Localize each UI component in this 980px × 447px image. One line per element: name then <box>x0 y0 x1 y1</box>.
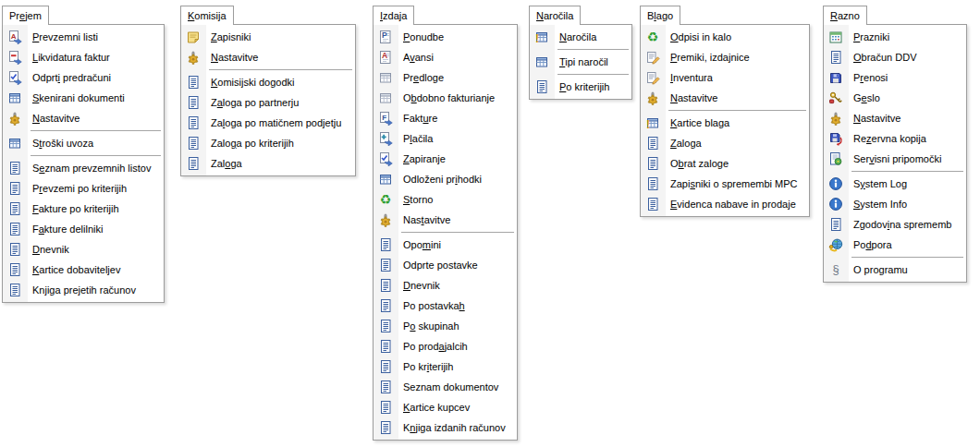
menu-item-label: Nastavitve <box>32 113 80 124</box>
menu-item-kartice-kupcev[interactable]: Kartice kupcev <box>374 397 517 417</box>
menu-item-label: Seznam dokumentov <box>403 381 498 393</box>
menu-item-knjiga-prejetih-racunov[interactable]: Knjiga prejetih računov <box>3 280 164 300</box>
menu-item-predloge[interactable]: Predloge <box>374 67 517 88</box>
menu-item-tipi-narocil[interactable]: Tipi naročil <box>530 52 631 72</box>
menu-item-fakture-delilniki[interactable]: Fakture delilniki <box>3 219 164 239</box>
menu-item-po-postavkah[interactable]: Po postavkah <box>374 296 517 316</box>
table-exclaim-icon: ! <box>645 115 660 130</box>
menu-separator <box>401 232 514 233</box>
menu-item-seznam-dokumentov[interactable]: Seznam dokumentov <box>374 377 517 397</box>
report-icon <box>645 156 660 171</box>
menu-item-knjiga-izdanih-racunov[interactable]: Knjiga izdanih računov <box>374 417 517 438</box>
menu-item-obracun-ddv[interactable]: Obračun DDV <box>824 47 966 67</box>
menu-item-podpora[interactable]: Podpora <box>824 235 966 255</box>
menu-title: Blago <box>647 10 673 21</box>
menu-item-dnevnik[interactable]: Dnevnik <box>3 239 164 260</box>
menu-item-zapiranje[interactable]: Zapiranje <box>374 149 517 169</box>
menu-item-zaloga-po-maticnem-podjetju[interactable]: Zaloga po matičnem podjetju <box>181 113 355 133</box>
menu-item-nastavitve[interactable]: Nastavitve <box>181 47 355 67</box>
menu-item-skenirani-dokumenti[interactable]: Skenirani dokumenti <box>3 88 164 108</box>
report-icon <box>7 283 22 297</box>
menu-item-label: Zapiranje <box>403 153 446 164</box>
menu-item-label: Prazniki <box>853 31 889 42</box>
menu-item-placila[interactable]: Plačila <box>374 128 517 149</box>
menu-item-zapisniki[interactable]: Zapisniki <box>181 27 355 47</box>
menu-item-o-programu[interactable]: §O programu <box>824 260 966 280</box>
menu-item-ponudbe[interactable]: PPonudbe <box>374 27 517 47</box>
menu-item-fakture-po-kriterijih[interactable]: Fakture po kriterijih <box>3 199 164 219</box>
menu-panel-izdaja: PPonudbeAAvansiPredlogeObdobno fakturian… <box>373 24 518 441</box>
menu-item-prevzemni-listi[interactable]: APrevzemni listi <box>3 27 164 47</box>
menu-item-zaloga[interactable]: Zaloga <box>181 153 355 174</box>
menu-item-zaloga-po-kriterijih[interactable]: Zaloga po kriterijih <box>181 133 355 153</box>
svg-text:F: F <box>382 114 386 122</box>
menu-item-zaloga[interactable]: Zaloga <box>641 133 809 153</box>
menu-item-label: Ponudbe <box>403 31 444 42</box>
menu-item-kartice-blaga[interactable]: !Kartice blaga <box>641 113 809 133</box>
menu-tab-izdaja[interactable]: Izdaja <box>373 6 414 25</box>
menu-item-evidenca-nabave-in-prodaje[interactable]: Evidenca nabave in prodaje <box>641 194 809 214</box>
menu-item-stroski-uvoza[interactable]: Stroški uvoza <box>3 133 164 153</box>
menu-title: Razno <box>830 10 860 21</box>
recycle-icon: ♻ <box>378 192 393 207</box>
menu-item-label: Evidenca nabave in prodaje <box>670 199 796 210</box>
menu-item-nastavitve[interactable]: Nastavitve <box>641 88 809 108</box>
menu-item-prevzemi-po-kriterijih[interactable]: Prevzemi po kriterijih <box>3 178 164 199</box>
svg-text:A: A <box>11 32 17 41</box>
menu-item-seznam-prevzemnih-listov[interactable]: Seznam prevzemnih listov <box>3 158 164 178</box>
menu-item-label: Knjiga prejetih računov <box>32 284 136 296</box>
menu-tab-narocila[interactable]: Naročila <box>529 6 581 25</box>
menu-tab-komisija[interactable]: Komisija <box>180 6 234 25</box>
menu-item-kartice-dobaviteljev[interactable]: Kartice dobaviteljev <box>3 260 164 280</box>
menu-item-label: Nastavitve <box>853 113 900 124</box>
menu-item-komisijski-dogodki[interactable]: Komisijski dogodki <box>181 72 355 92</box>
menu-item-odlozeni-prihodki[interactable]: Odloženi prihodki <box>374 169 517 189</box>
menu-item-zapisniki-o-spremembi-mpc[interactable]: Zapisniki o spremembi MPC <box>641 174 809 194</box>
menu-item-dnevnik[interactable]: Dnevnik <box>374 275 517 296</box>
menu-item-storno[interactable]: ♻Storno <box>374 189 517 210</box>
menu-item-system-log[interactable]: System Log <box>824 174 966 194</box>
menu-item-inventura[interactable]: Inventura <box>641 67 809 88</box>
menu-tab-razno[interactable]: Razno <box>823 6 867 25</box>
menu-item-nastavitve[interactable]: Nastavitve <box>3 108 164 128</box>
menu-item-zgodovina-sprememb[interactable]: Zgodovina sprememb <box>824 214 966 235</box>
menu-item-rezervna-kopija[interactable]: Rezervna kopija <box>824 128 966 149</box>
menu-item-prenosi[interactable]: Prenosi <box>824 67 966 88</box>
menu-item-geslo[interactable]: Geslo <box>824 88 966 108</box>
menu-panel-blago: ♻Odpisi in kaloPremiki, izdajniceInventu… <box>640 24 810 217</box>
doc-pencil-icon <box>645 50 660 65</box>
menu-item-likvidatura-faktur[interactable]: Likvidatura faktur <box>3 47 164 67</box>
menu-item-premiki-izdajnice[interactable]: Premiki, izdajnice <box>641 47 809 67</box>
menu-item-label: Prenosi <box>853 72 888 83</box>
menu-item-servisni-pripomocki[interactable]: Servisni pripomočki <box>824 149 966 169</box>
menu-item-zaloga-po-partnerju[interactable]: Zaloga po partnerju <box>181 92 355 113</box>
menu-item-avansi[interactable]: AAvansi <box>374 47 517 67</box>
report-icon <box>7 181 22 196</box>
menu-item-label: Po kriterijih <box>403 361 453 372</box>
menu-item-obdobno-fakturianje[interactable]: Obdobno fakturianje <box>374 88 517 108</box>
menu-item-odprte-postavke[interactable]: Odprte postavke <box>374 255 517 275</box>
menu-item-narocila[interactable]: !Naročila <box>530 27 631 47</box>
menu-item-nastavitve[interactable]: Nastavitve <box>374 210 517 230</box>
menu-item-po-skupinah[interactable]: Po skupinah <box>374 316 517 336</box>
menu-item-label: Rezervna kopija <box>853 133 926 144</box>
menu-item-nastavitve[interactable]: Nastavitve <box>824 108 966 128</box>
menu-item-label: Zaloga <box>211 158 242 169</box>
menu-item-po-prodajalcih[interactable]: Po prodajalcih <box>374 336 517 356</box>
menu-separator <box>31 130 161 131</box>
floppy-icon <box>828 70 843 85</box>
menu-item-odpisi-in-kalo[interactable]: ♻Odpisi in kalo <box>641 27 809 47</box>
menu-item-fakture[interactable]: FFakture <box>374 108 517 128</box>
menu-item-prazniki[interactable]: Prazniki <box>824 27 966 47</box>
svg-text:A: A <box>382 51 387 60</box>
menu-item-system-info[interactable]: System Info <box>824 194 966 214</box>
menu-tab-blago[interactable]: Blago <box>640 6 680 25</box>
menu-item-po-kriterijih[interactable]: Po kriterijih <box>374 356 517 377</box>
menu-tab-prejem[interactable]: Prejem <box>2 6 49 25</box>
menu-item-po-kriterijih[interactable]: Po kriterijih <box>530 77 631 97</box>
menu-item-opomini[interactable]: Opomini <box>374 235 517 255</box>
open-menus-screen: PrejemAPrevzemni listiLikvidatura faktur… <box>0 0 980 447</box>
menu-item-odprti-predracuni[interactable]: Odprti predračuni <box>3 67 164 88</box>
menu-item-obrat-zaloge[interactable]: Obrat zaloge <box>641 153 809 174</box>
report-icon <box>7 242 22 257</box>
